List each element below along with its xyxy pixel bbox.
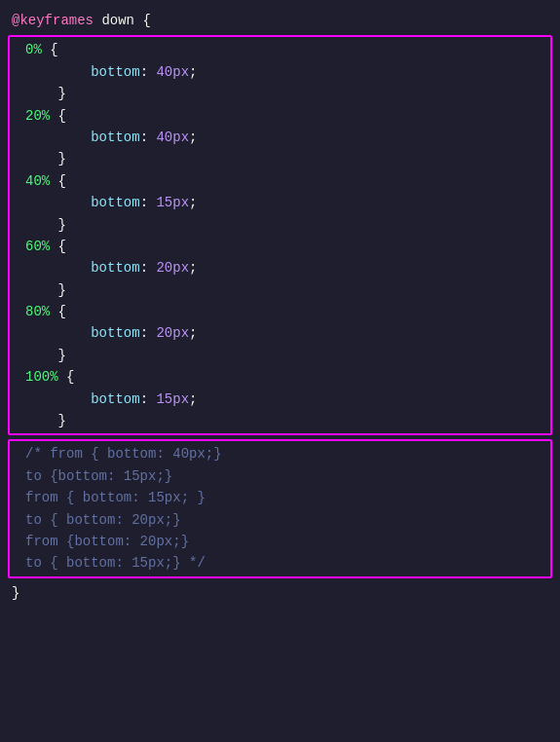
stop-40-selector: 40% { <box>14 170 546 192</box>
stop-80-property: bottom: 20px; <box>14 322 546 344</box>
comment-line-1: /* from { bottom: 40px;} <box>14 443 546 464</box>
stop-60-selector: 60% { <box>14 236 546 257</box>
code-editor: @keyframes down { 0% { bottom: 40px; } 2… <box>0 0 560 613</box>
keyframes-closing-brace: } <box>0 582 560 604</box>
stop-40-close: } <box>14 214 546 236</box>
stop-60-close: } <box>14 279 546 301</box>
animation-name: down { <box>93 10 151 31</box>
comment-line-4: to { bottom: 20px;} <box>14 509 546 531</box>
stop-0-close: } <box>14 83 546 104</box>
keyframe-stops-block: 0% { bottom: 40px; } 20% { bottom: 40px;… <box>8 35 552 435</box>
stop-0-selector: 0% { <box>14 39 546 60</box>
comment-line-3: from { bottom: 15px; } <box>14 487 546 508</box>
stop-60-property: bottom: 20px; <box>14 257 546 278</box>
stop-100-selector: 100% { <box>14 366 546 388</box>
stop-0-property: bottom: 40px; <box>14 61 546 83</box>
comment-line-2: to {bottom: 15px;} <box>14 465 546 487</box>
stop-80-close: } <box>14 345 546 366</box>
stop-40-property: bottom: 15px; <box>14 192 546 213</box>
comment-line-6: to { bottom: 15px;} */ <box>14 552 546 574</box>
stop-80-selector: 80% { <box>14 301 546 322</box>
comment-block: /* from { bottom: 40px;} to {bottom: 15p… <box>8 439 552 577</box>
stop-100-close: } <box>14 410 546 431</box>
stop-20-close: } <box>14 148 546 169</box>
stop-20-property: bottom: 40px; <box>14 127 546 148</box>
keyword-keyframes: @keyframes <box>12 10 93 31</box>
stop-20-selector: 20% { <box>14 105 546 127</box>
stop-100-property: bottom: 15px; <box>14 389 546 410</box>
keyframes-declaration: @keyframes down { <box>0 10 560 31</box>
comment-line-5: from {bottom: 20px;} <box>14 531 546 552</box>
